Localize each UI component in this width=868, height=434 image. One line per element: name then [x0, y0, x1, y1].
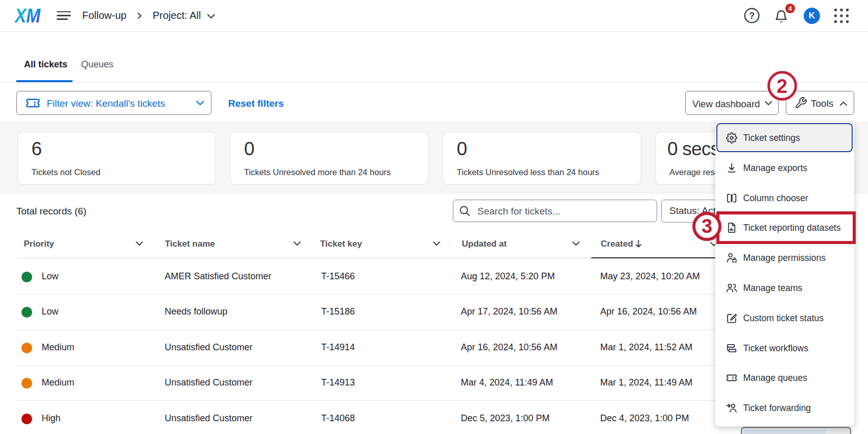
svg-text:XM: XM — [15, 7, 41, 26]
svg-text:?: ? — [749, 11, 755, 21]
